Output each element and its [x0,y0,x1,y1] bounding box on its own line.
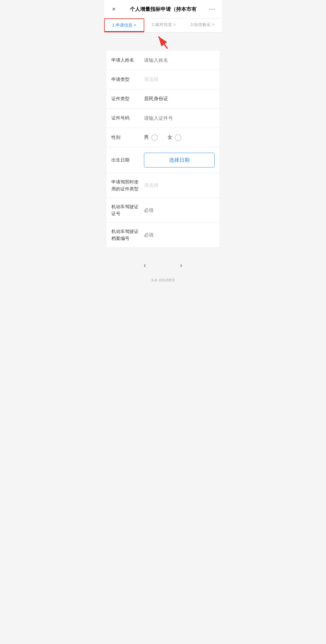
step-3[interactable]: 3.短信验证 > [183,18,222,32]
id-type-label: 证件类型 [111,95,142,102]
application-type-label: 申请类型 [111,76,142,83]
page-title: 个人增量指标申请（持本市有 [119,6,207,13]
driving-license-id-type-row[interactable]: 申请驾照时使用的证件类型 请选择 [107,173,219,198]
id-number-input[interactable] [142,116,215,121]
application-type-row[interactable]: 申请类型 请选择 [107,70,219,89]
svg-line-1 [158,37,168,49]
gender-label: 性别 [111,134,142,141]
steps-bar: 1.申请信息 > 2.核对信息 > 3.短信验证 > [104,18,222,33]
gender-female-radio[interactable] [175,134,181,141]
step-1[interactable]: 1.申请信息 > [104,18,144,32]
application-type-value: 请选择 [142,76,215,83]
date-picker-button[interactable]: 选择日期 [144,153,215,167]
birth-date-label: 出生日期 [111,157,142,164]
applicant-name-input[interactable] [142,58,215,63]
red-arrow-icon [151,33,175,50]
gender-male-radio[interactable] [151,134,158,141]
birth-date-row: 出生日期 选择日期 [107,147,219,173]
gender-male-label: 男 [144,134,149,141]
driving-license-number-label: 机动车驾驶证证号 [111,203,142,217]
gender-female-option[interactable]: 女 [168,134,181,141]
header: × 个人增量指标申请（持本市有 ··· [104,0,222,18]
back-button[interactable]: ‹ [139,259,151,272]
driving-license-archive-row: 机动车驾驶证档案编号 [107,223,219,247]
annotation-arrow [104,33,222,51]
gender-female-label: 女 [168,134,172,141]
bottom-navigation: ‹ › [104,253,222,276]
application-form: 申请人姓名 申请类型 请选择 证件类型 居民身份证 证件号码 性别 男 女 出生 [107,51,219,247]
gender-row: 性别 男 女 [107,128,219,147]
more-button[interactable]: ··· [207,4,217,14]
id-number-label: 证件号码 [111,115,142,122]
close-button[interactable]: × [109,4,119,14]
id-type-row[interactable]: 证件类型 居民身份证 [107,89,219,109]
driving-license-archive-label: 机动车驾驶证档案编号 [111,228,142,242]
applicant-name-row: 申请人姓名 [107,51,219,70]
id-type-value: 居民身份证 [142,96,215,102]
step-2[interactable]: 2.核对信息 > [144,18,183,32]
applicant-name-label: 申请人姓名 [111,57,142,64]
watermark: 头条 @锐进教育 [104,276,222,284]
driving-license-archive-input[interactable] [142,232,215,238]
gender-male-option[interactable]: 男 [144,134,158,141]
driving-license-id-type-value: 请选择 [142,182,215,189]
id-number-row: 证件号码 [107,109,219,128]
forward-button[interactable]: › [175,259,187,272]
driving-license-number-row: 机动车驾驶证证号 [107,198,219,223]
driving-license-id-type-label: 申请驾照时使用的证件类型 [111,179,142,192]
gender-radio-group: 男 女 [142,134,215,141]
driving-license-number-input[interactable] [142,208,215,213]
